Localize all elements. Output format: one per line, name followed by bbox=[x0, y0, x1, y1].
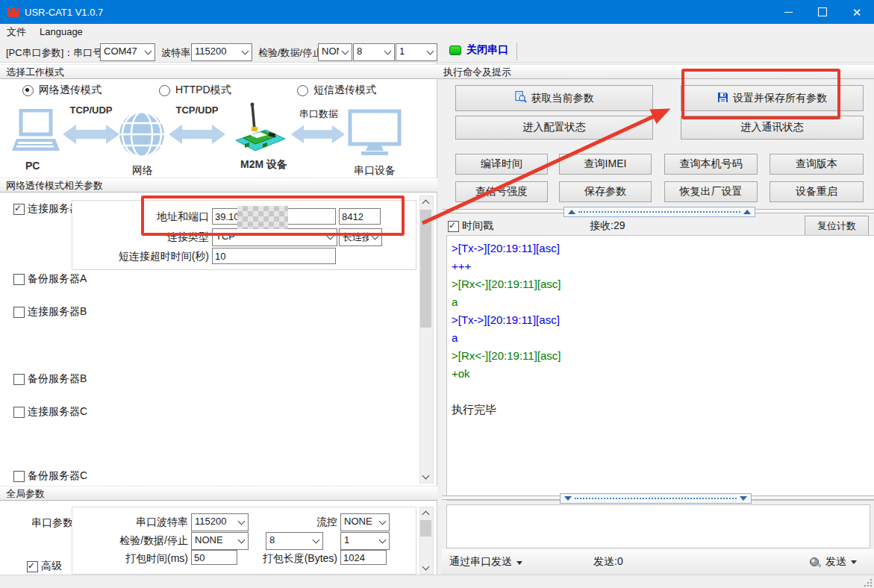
caret-down-icon bbox=[851, 560, 857, 564]
splitter-handle[interactable] bbox=[564, 207, 755, 217]
set-save-params-label: 设置并保存所有参数 bbox=[733, 92, 827, 105]
double-arrow-icon bbox=[291, 122, 345, 148]
query-version-button[interactable]: 查询版本 bbox=[770, 154, 864, 175]
radio-net-mode-label[interactable]: 网络透传模式 bbox=[39, 84, 102, 97]
checkbox-backup-b[interactable] bbox=[13, 374, 25, 385]
checkbox-advanced[interactable] bbox=[27, 561, 38, 572]
pack-time-label: 打包时间(ms) bbox=[112, 552, 188, 566]
button-label: 查询版本 bbox=[796, 157, 837, 171]
redacted-address-blur bbox=[237, 206, 288, 229]
databits-select[interactable]: 8 bbox=[353, 43, 395, 61]
parity-select[interactable]: NONI bbox=[318, 43, 352, 61]
radio-net-mode[interactable] bbox=[22, 85, 34, 96]
global-baud-select[interactable]: 115200 bbox=[191, 513, 249, 531]
baud-select[interactable]: 115200 bbox=[191, 43, 252, 61]
checkbox-timestamp-label[interactable]: 时间戳 bbox=[462, 219, 493, 233]
query-imei-button[interactable]: 查询IMEI bbox=[559, 154, 652, 175]
radio-httpd-mode-label[interactable]: HTTPD模式 bbox=[175, 84, 231, 97]
chevron-down-icon bbox=[376, 533, 389, 549]
menu-language[interactable]: Language bbox=[33, 24, 90, 40]
checkbox-server-b[interactable] bbox=[13, 307, 25, 318]
collapse-up-icon bbox=[743, 210, 751, 214]
chevron-down-icon bbox=[339, 44, 352, 60]
log-line: >[Rx<-][20:19:11][asc] bbox=[452, 347, 874, 365]
scroll-down-icon[interactable] bbox=[420, 471, 431, 483]
global-params-scrollbar[interactable] bbox=[419, 507, 434, 575]
scroll-up-icon[interactable] bbox=[420, 507, 431, 519]
checkbox-backup-c-label[interactable]: 备份服务器C bbox=[28, 469, 87, 483]
flow-ctrl-select[interactable]: NONE bbox=[340, 513, 390, 531]
global-stopbits-select[interactable]: 1 bbox=[340, 532, 390, 550]
close-port-button[interactable]: 关闭串口 bbox=[449, 43, 508, 57]
global-baud-label: 串口波特率 bbox=[97, 516, 188, 529]
log-area[interactable]: >[Tx->][20:19:11][asc] +++ >[Rx<-][20:19… bbox=[446, 235, 874, 501]
resize-grip[interactable] bbox=[864, 578, 873, 587]
checkbox-server-c-label[interactable]: 连接服务器C bbox=[28, 405, 87, 419]
menu-bar: 文件 Language bbox=[0, 24, 874, 40]
checkbox-backup-a[interactable] bbox=[13, 274, 25, 285]
button-label: 设备重启 bbox=[796, 185, 837, 198]
checkbox-backup-b-label[interactable]: 备份服务器B bbox=[28, 372, 87, 386]
collapse-up-icon bbox=[568, 210, 575, 214]
device-restart-button[interactable]: 设备重启 bbox=[770, 181, 864, 202]
speaker-icon bbox=[809, 557, 821, 568]
get-params-button[interactable]: 获取当前参数 bbox=[455, 85, 653, 111]
pack-len-input[interactable] bbox=[340, 550, 387, 565]
global-params-header: 全局参数 bbox=[0, 486, 437, 501]
short-conn-timeout-label: 短连接超时时间(秒) bbox=[112, 250, 209, 263]
chevron-down-icon bbox=[142, 44, 154, 60]
minimize-button[interactable] bbox=[771, 0, 805, 24]
scrollbar-thumb[interactable] bbox=[420, 520, 431, 537]
scrollbar-thumb[interactable] bbox=[420, 210, 431, 328]
checkbox-advanced-label[interactable]: 高级 bbox=[41, 560, 62, 573]
enter-comm-button[interactable]: 进入通讯状态 bbox=[681, 116, 864, 140]
global-parity-select[interactable]: NONE bbox=[191, 532, 249, 550]
chevron-down-icon bbox=[235, 514, 248, 531]
via-serial-dropdown[interactable]: 通过串口发送 bbox=[449, 555, 522, 569]
radio-sms-mode-label[interactable]: 短信透传模式 bbox=[313, 84, 376, 97]
query-signal-button[interactable]: 查信号强度 bbox=[455, 181, 548, 202]
compile-time-button[interactable]: 编译时间 bbox=[455, 154, 548, 175]
enter-config-button[interactable]: 进入配置状态 bbox=[455, 116, 653, 140]
save-params-button[interactable]: 保存参数 bbox=[559, 181, 652, 202]
pack-time-input[interactable] bbox=[191, 550, 237, 565]
checkbox-server-a[interactable] bbox=[13, 204, 25, 215]
radio-httpd-mode[interactable] bbox=[159, 85, 170, 96]
close-icon: ✕ bbox=[852, 7, 862, 18]
scroll-up-icon[interactable] bbox=[420, 196, 431, 208]
checkbox-backup-c[interactable] bbox=[13, 471, 25, 482]
menu-file[interactable]: 文件 bbox=[0, 24, 33, 40]
sent-count: 发送:0 bbox=[593, 555, 623, 569]
checkbox-server-b-label[interactable]: 连接服务器B bbox=[28, 305, 87, 319]
stopbits-select[interactable]: 1 bbox=[396, 43, 437, 61]
maximize-button[interactable] bbox=[805, 0, 840, 24]
button-label: 恢复出厂设置 bbox=[680, 185, 743, 198]
reset-count-label: 复位计数 bbox=[817, 219, 856, 233]
caret-down-icon bbox=[516, 561, 522, 565]
factory-reset-button[interactable]: 恢复出厂设置 bbox=[664, 181, 758, 202]
short-conn-timeout-input[interactable] bbox=[212, 248, 336, 264]
radio-sms-mode[interactable] bbox=[297, 85, 308, 96]
global-databits-select[interactable]: 8 bbox=[266, 532, 323, 550]
scroll-down-icon[interactable] bbox=[420, 562, 431, 574]
send-button[interactable]: 发送 bbox=[809, 555, 857, 569]
com-port-select[interactable]: COM47 bbox=[100, 43, 155, 61]
log-line: >[Rx<-][20:19:11][asc] bbox=[452, 275, 874, 293]
conn-mode-select[interactable]: 长连接 bbox=[339, 228, 382, 246]
splitter-handle[interactable] bbox=[560, 493, 752, 504]
server-port-input[interactable] bbox=[339, 208, 381, 225]
tcp-udp-label-1: TCP/UDP bbox=[61, 104, 121, 116]
reset-count-button[interactable]: 复位计数 bbox=[805, 216, 869, 236]
send-text-area[interactable] bbox=[446, 504, 870, 548]
app-window: USR-CAT1 V1.0.7 ✕ 文件 Language [PC串口参数]：串… bbox=[0, 0, 874, 588]
set-save-params-button[interactable]: 设置并保存所有参数 bbox=[681, 85, 864, 111]
enter-config-label: 进入配置状态 bbox=[523, 121, 586, 134]
close-button[interactable]: ✕ bbox=[840, 0, 874, 24]
checkbox-timestamp[interactable] bbox=[448, 221, 459, 232]
net-params-scrollbar[interactable] bbox=[419, 196, 434, 484]
checkbox-server-c[interactable] bbox=[13, 407, 25, 418]
network-globe-icon bbox=[118, 110, 166, 160]
conn-type-select[interactable]: TCP bbox=[212, 228, 337, 246]
query-number-button[interactable]: 查询本机号码 bbox=[664, 154, 758, 175]
checkbox-backup-a-label[interactable]: 备份服务器A bbox=[28, 272, 87, 286]
